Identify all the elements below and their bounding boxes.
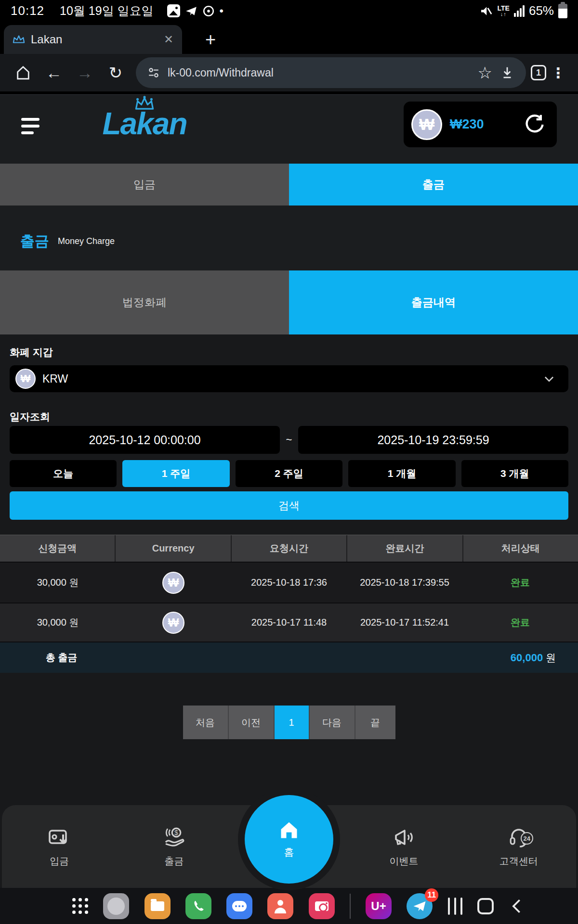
pagination: 처음 이전 1 다음 끝 — [0, 706, 578, 739]
home-nav-icon[interactable] — [477, 898, 494, 914]
tab-deposit[interactable]: 입금 — [0, 164, 289, 205]
home-icon — [278, 820, 300, 841]
url-text[interactable]: lk-00.com/Withdrawal — [168, 66, 470, 79]
contacts-app-icon[interactable] — [267, 893, 293, 919]
tab-fiat-currency[interactable]: 법정화폐 — [0, 270, 289, 334]
cell-requested: 2025-10-18 17:36 — [231, 563, 347, 603]
page-last-button[interactable]: 끝 — [355, 706, 395, 739]
currency-select[interactable]: ₩ KRW — [10, 365, 568, 392]
page-next-button[interactable]: 다음 — [310, 706, 355, 739]
new-tab-button[interactable]: + — [205, 29, 216, 54]
status-right: LTE↓↑ 65% — [479, 3, 567, 18]
chevron-down-icon — [542, 372, 556, 385]
tab-withdraw-history[interactable]: 출금내역 — [289, 270, 578, 334]
camera-app-icon[interactable] — [309, 893, 335, 919]
support-24-badge: 24 — [521, 832, 533, 845]
page-prev-button[interactable]: 이전 — [229, 706, 275, 739]
files-app-icon[interactable] — [144, 893, 171, 919]
megaphone-icon — [392, 826, 415, 849]
nav-event[interactable]: 이벤트 — [346, 805, 461, 888]
browser-tab-strip: Lakan ✕ + — [0, 22, 578, 54]
uplus-app-icon[interactable]: U+ — [366, 893, 392, 919]
section-heading: 출금 Money Charge — [0, 205, 578, 270]
url-bar[interactable]: lk-00.com/Withdrawal ☆ — [136, 57, 526, 88]
page-current-button[interactable]: 1 — [275, 706, 310, 739]
col-currency: Currency — [116, 535, 231, 562]
screenshot-notification-icon — [167, 4, 180, 17]
telegram-notification-icon — [185, 5, 197, 17]
status-badge: 완료 — [462, 603, 578, 642]
download-icon[interactable] — [500, 65, 514, 80]
screen: 10:12 10월 19일 일요일 • LTE↓↑ 65% Lakan ✕ + … — [0, 0, 578, 924]
tab-close-icon[interactable]: ✕ — [164, 33, 173, 46]
table-header-row: 신청금액 Currency 요청시간 완료시간 처리상태 — [0, 535, 578, 562]
cell-currency: ₩ — [116, 563, 231, 603]
tab-withdraw[interactable]: 출금 — [289, 164, 578, 205]
reload-button[interactable]: ↻ — [100, 63, 131, 82]
krw-coin-icon: ₩ — [162, 572, 184, 594]
period-today-button[interactable]: 오늘 — [10, 460, 117, 487]
date-range-row: 2025-10-12 00:00:00 ~ 2025-10-19 23:59:5… — [10, 426, 568, 454]
browser-toolbar: ← → ↻ lk-00.com/Withdrawal ☆ 1 ⋮ — [0, 54, 578, 94]
refresh-balance-icon[interactable] — [524, 114, 545, 135]
krw-coin-icon: ₩ — [162, 612, 184, 634]
total-label: 총 출금 — [46, 651, 78, 664]
browser-tab[interactable]: Lakan ✕ — [4, 25, 182, 54]
phone-app-icon[interactable] — [185, 893, 211, 919]
nav-support[interactable]: 24 고객센터 — [461, 805, 576, 888]
krw-coin-icon: ₩ — [411, 109, 442, 140]
site-settings-icon[interactable] — [147, 66, 160, 79]
wallet-balance: ₩230 — [450, 117, 516, 132]
col-status: 처리상태 — [463, 535, 578, 562]
site-header: Lakan ₩ ₩230 — [0, 94, 578, 164]
dock-divider — [350, 894, 351, 919]
status-bar: 10:12 10월 19일 일요일 • LTE↓↑ 65% — [0, 0, 578, 22]
back-nav-icon[interactable] — [509, 898, 525, 914]
date-to-input[interactable]: 2025-10-19 23:59:59 — [298, 426, 568, 454]
site-favicon-crown-icon — [13, 35, 25, 44]
period-3months-button[interactable]: 3 개월 — [461, 460, 568, 487]
krw-coin-icon: ₩ — [15, 369, 36, 389]
page-first-button[interactable]: 처음 — [183, 706, 229, 739]
mute-icon — [479, 4, 493, 18]
cell-currency: ₩ — [116, 603, 231, 642]
notification-icons: • — [167, 4, 223, 18]
table-row: 30,000 원 ₩ 2025-10-17 11:48 2025-10-17 1… — [0, 603, 578, 642]
svg-text:$: $ — [174, 829, 178, 836]
total-withdrawal-row: 총 출금 60,000 원 — [0, 642, 578, 673]
clock: 10:12 — [11, 3, 44, 18]
search-button[interactable]: 검색 — [10, 491, 568, 520]
status-badge: 완료 — [462, 563, 578, 603]
app-drawer-icon[interactable] — [72, 898, 88, 914]
tab-counter-button[interactable]: 1 — [531, 65, 546, 80]
messages-app-icon[interactable] — [226, 893, 252, 919]
timer-notification-icon — [202, 5, 215, 17]
period-1week-button[interactable]: 1 주일 — [122, 460, 229, 487]
internet-app-icon[interactable] — [103, 893, 129, 919]
cell-amount: 30,000 원 — [0, 563, 116, 603]
telegram-app-icon[interactable]: 11 — [407, 893, 433, 919]
recents-nav-icon[interactable] — [448, 898, 462, 915]
wallet-balance-badge[interactable]: ₩ ₩230 — [404, 102, 557, 147]
browser-tab-title: Lakan — [31, 33, 158, 46]
date-from-input[interactable]: 2025-10-12 00:00:00 — [10, 426, 280, 454]
wallet-deposit-icon — [48, 826, 71, 849]
period-2weeks-button[interactable]: 2 주일 — [236, 460, 342, 487]
nav-home-button[interactable]: 홈 — [245, 795, 333, 884]
cell-amount: 30,000 원 — [0, 603, 116, 642]
nav-withdraw[interactable]: $ 출금 — [117, 805, 231, 888]
period-1month-button[interactable]: 1 개월 — [348, 460, 455, 487]
back-button[interactable]: ← — [39, 64, 69, 82]
browser-menu-icon[interactable]: ⋮ — [546, 64, 570, 81]
more-notifications-dot: • — [220, 4, 223, 18]
battery-percentage: 65% — [529, 3, 554, 18]
forward-button[interactable]: → — [69, 64, 100, 82]
site-logo[interactable]: Lakan — [82, 96, 207, 139]
filter-form: 화폐 지갑 ₩ KRW 일자조회 2025-10-12 00:00:00 ~ 2… — [0, 347, 578, 520]
nav-deposit[interactable]: 입금 — [2, 805, 117, 888]
col-amount: 신청금액 — [0, 535, 116, 562]
bookmark-star-icon[interactable]: ☆ — [478, 63, 492, 82]
home-button[interactable] — [8, 64, 39, 81]
page-title: 출금 — [20, 231, 49, 251]
menu-hamburger-icon[interactable] — [21, 118, 39, 138]
